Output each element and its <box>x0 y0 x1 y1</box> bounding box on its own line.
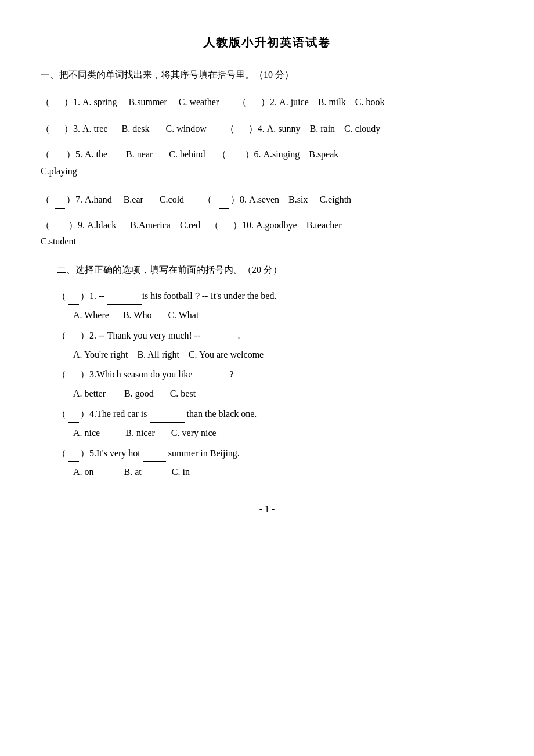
q8: （ ）8. A.seven B.six C.eighth <box>203 190 351 209</box>
s2-q2-options: A. You're right B. All right C. You are … <box>57 347 493 363</box>
q10-c: C.student <box>41 236 76 246</box>
q6: （ ）6. A.singing B.speak <box>217 149 339 159</box>
s2-q4-options: A. nice B. nicer C. very nice <box>57 425 493 442</box>
q3-q4-row: （ ）3. A. tree B. desk C. window （ ）4. A.… <box>41 120 493 138</box>
q7: （ ）7. A.hand B.ear C.cold <box>41 190 184 209</box>
page-footer: - 1 - <box>41 504 493 514</box>
section-2: 二、选择正确的选项，填写在前面的括号内。（20 分） （ ）1. -- is h… <box>41 264 493 481</box>
s2-q4-text: （ ）4.The red car is than the black one. <box>57 406 493 423</box>
q1: （ ）1. A. spring B.summer C. weather <box>41 93 219 111</box>
q1-q2-row: （ ）1. A. spring B.summer C. weather （ ）2… <box>41 93 493 111</box>
section2-q1: （ ）1. -- is his football？-- It's under t… <box>41 288 493 324</box>
q10: （ ）10. A.goodbye B.teacher <box>210 220 342 230</box>
q9: （ ）9. A.black B.America C.red <box>41 220 200 230</box>
q2: （ ）2. A. juice B. milk C. book <box>237 93 384 111</box>
q4: （ ）4. A. sunny B. rain C. cloudy <box>225 120 381 138</box>
q5: （ ）5. A. the B. near C. behind <box>41 149 205 159</box>
s2-q5-text: （ ）5.It's very hot summer in Beijing. <box>57 445 493 462</box>
s2-q1-text: （ ）1. -- is his football？-- It's under t… <box>57 288 493 305</box>
s2-q5-options: A. on B. at C. in <box>57 464 493 481</box>
q5-q6-row: （ ）5. A. the B. near C. behind （ ）6. A.s… <box>41 146 493 180</box>
q3: （ ）3. A. tree B. desk C. window <box>41 120 207 138</box>
section2-q4: （ ）4.The red car is than the black one. … <box>41 406 493 442</box>
page-title: 人教版小升初英语试卷 <box>41 35 493 51</box>
s2-q2-text: （ ）2. -- Thank you very much! -- . <box>57 327 493 344</box>
s2-q1-options: A. Where B. Who C. What <box>57 307 493 324</box>
q7-q8-row: （ ）7. A.hand B.ear C.cold （ ）8. A.seven … <box>41 190 493 209</box>
section2-title: 二、选择正确的选项，填写在前面的括号内。（20 分） <box>41 264 493 276</box>
section2-q5: （ ）5.It's very hot summer in Beijing. A.… <box>41 445 493 481</box>
q6-c: C.playing <box>41 166 77 176</box>
section-1: 一、把不同类的单词找出来，将其序号填在括号里。（10 分） （ ）1. A. s… <box>41 69 493 250</box>
section2-q2: （ ）2. -- Thank you very much! -- . A. Yo… <box>41 327 493 363</box>
section1-title: 一、把不同类的单词找出来，将其序号填在括号里。（10 分） <box>41 69 493 81</box>
s2-q3-text: （ ）3.Which season do you like ? <box>57 366 493 383</box>
section2-q3: （ ）3.Which season do you like ? A. bette… <box>41 366 493 402</box>
q9-q10-row: （ ）9. A.black B.America C.red （ ）10. A.g… <box>41 217 493 251</box>
s2-q3-options: A. better B. good C. best <box>57 386 493 402</box>
page-number: - 1 - <box>259 504 275 514</box>
